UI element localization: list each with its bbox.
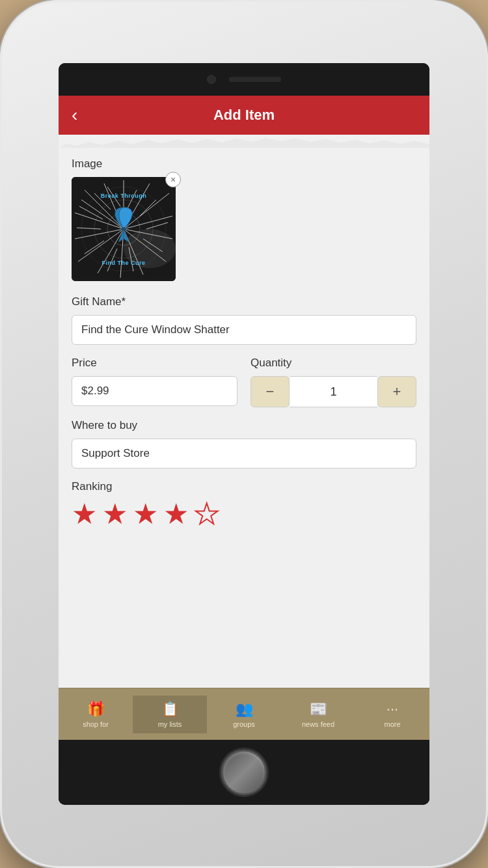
back-button[interactable]: ‹ — [72, 106, 77, 124]
tab-bar: 🎁 shop for 📋 my lists 👥 groups 📰 news fe… — [59, 688, 429, 740]
image-section: Image — [72, 157, 416, 284]
ranking-section: Ranking ★ ★ ★ ★ ★ — [72, 480, 416, 528]
home-button[interactable] — [221, 750, 267, 795]
star-4[interactable]: ★ — [163, 500, 189, 528]
where-to-buy-input[interactable] — [72, 439, 416, 468]
quantity-controls: − 1 + — [251, 376, 416, 407]
groups-icon: 👥 — [236, 701, 253, 718]
news-feed-icon: 📰 — [310, 701, 327, 718]
phone-top-bar — [59, 63, 429, 96]
quantity-value: 1 — [290, 376, 377, 407]
shop-for-icon: 🎁 — [87, 701, 105, 718]
quantity-label: Quantity — [251, 357, 416, 370]
news-feed-label: news feed — [302, 720, 334, 728]
tab-news-feed[interactable]: 📰 news feed — [281, 696, 355, 733]
decrease-quantity-button[interactable]: − — [251, 376, 290, 407]
image-container: Break Through Find The Cure × — [72, 177, 176, 281]
more-icon: ··· — [386, 701, 398, 718]
star-1[interactable]: ★ — [72, 500, 97, 528]
remove-image-button[interactable]: × — [165, 172, 181, 187]
app-content: ‹ Add Item Image — [59, 96, 429, 740]
gift-name-label: Gift Name* — [72, 295, 416, 308]
page-title: Add Item — [213, 107, 275, 124]
tab-groups[interactable]: 👥 groups — [207, 696, 281, 733]
price-section: Price — [72, 357, 237, 406]
where-to-buy-section: Where to buy — [72, 419, 416, 468]
torn-paper-edge — [59, 135, 429, 148]
quantity-section: Quantity − 1 + — [251, 357, 416, 407]
app-header: ‹ Add Item — [59, 96, 429, 135]
svg-text:Find The Cure: Find The Cure — [102, 260, 146, 266]
ranking-label: Ranking — [72, 480, 416, 493]
tab-my-lists[interactable]: 📋 my lists — [133, 696, 207, 733]
star-3[interactable]: ★ — [133, 500, 158, 528]
stars-row: ★ ★ ★ ★ ★ — [72, 500, 416, 528]
star-5[interactable]: ★ — [194, 500, 219, 528]
tab-more[interactable]: ··· more — [355, 696, 429, 733]
my-lists-label: my lists — [158, 720, 182, 728]
svg-point-31 — [121, 227, 126, 231]
more-label: more — [384, 720, 400, 728]
price-quantity-row: Price Quantity − 1 + — [72, 357, 416, 407]
phone-bottom-area — [59, 740, 429, 805]
gift-name-section: Gift Name* — [72, 295, 416, 345]
star-2[interactable]: ★ — [102, 500, 128, 528]
speaker — [229, 77, 281, 82]
svg-text:Break Through: Break Through — [101, 193, 147, 199]
phone-frame: ‹ Add Item Image — [0, 0, 488, 868]
camera — [207, 75, 216, 84]
image-label: Image — [72, 157, 416, 170]
where-to-buy-label: Where to buy — [72, 419, 416, 432]
shop-for-label: shop for — [83, 720, 109, 728]
increase-quantity-button[interactable]: + — [377, 376, 416, 407]
tab-shop-for[interactable]: 🎁 shop for — [59, 696, 133, 733]
gift-name-input[interactable] — [72, 315, 416, 345]
price-input[interactable] — [72, 376, 237, 406]
my-lists-icon: 📋 — [161, 701, 179, 718]
phone-inner: ‹ Add Item Image — [59, 63, 429, 805]
product-image: Break Through Find The Cure — [72, 177, 176, 281]
groups-label: groups — [233, 720, 255, 728]
price-label: Price — [72, 357, 237, 370]
form-area: Image — [59, 148, 429, 688]
